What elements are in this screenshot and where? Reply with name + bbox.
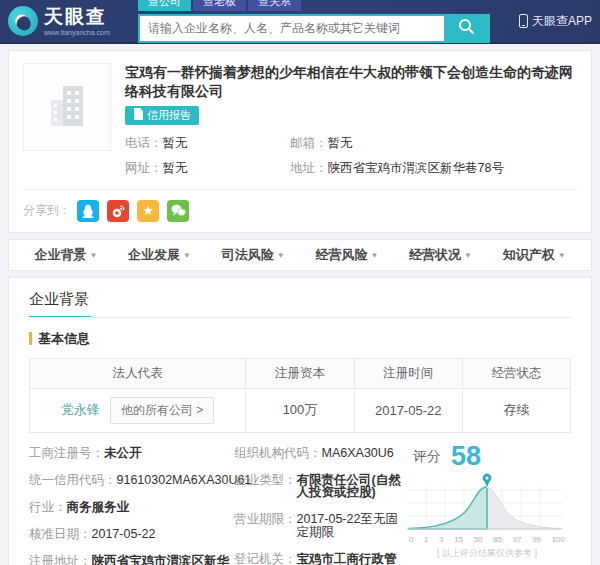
phone-icon [519,14,528,28]
nav-label: 经营风险 [315,247,367,262]
field-label: 注册地址： [29,555,92,565]
field-value: 商务服务业 [67,501,130,514]
field-value: 陕西省宝鸡市渭滨区新华巷78号 [92,555,235,565]
chevron-down-icon: ▼ [370,251,378,260]
field-label: 工商注册号： [29,447,104,460]
chevron-down-icon: ▼ [183,251,191,260]
field-value: 2017-05-22至无固定期限 [297,513,404,538]
field-value: 未公开 [104,447,142,460]
search-input[interactable] [140,16,444,41]
logo-title: 天眼查 [44,7,110,26]
nav-company-background[interactable]: 企业背景▼ [19,246,113,264]
report-doc-icon [133,108,147,122]
share-qq-icon[interactable] [77,200,99,222]
field-label: 组织机构代码： [234,447,322,460]
field-label: 核准日期： [29,528,92,541]
col-header-reg-date: 注册时间 [354,358,462,388]
axis-tick: 15 [454,535,463,544]
score-label: 评分 [413,448,441,466]
score-value: 58 [451,443,481,470]
tab-search-relation[interactable]: 查关系 [248,0,301,11]
credit-report-button[interactable]: 信用报告 [125,106,199,125]
nav-label: 企业发展 [128,247,180,262]
table-row: 党永锋 他的所有公司 > 100万 2017-05-22 存续 [30,388,571,432]
basic-info-table: 法人代表 注册资本 注册时间 经营状态 党永锋 他的所有公司 > 100万 20… [29,358,571,433]
axis-tick: 100 [552,535,565,544]
logo-subtitle: www.tianyancha.com [44,29,110,36]
eye-logo-icon [8,6,38,36]
company-card: 宝鸡有一群怀揣着梦想的少年相信在牛大叔的带领下会创造生命的奇迹网络科技有限公司 … [8,50,592,233]
field-value: 宝鸡市工商行政管理局渭滨分局 [297,553,404,565]
chevron-down-icon: ▼ [464,251,472,260]
app-link-label: 天眼查APP [532,13,592,30]
search-button[interactable] [444,16,488,41]
field-value: 91610302MA6XA30U61 [117,474,252,487]
search-tabs: 查公司 查老板 查关系 [138,0,303,11]
company-logo [23,63,111,151]
website-label: 网址： [125,160,163,177]
subsection-bar [29,332,32,345]
score-axis: 0 1 3 15 50 85 97 99 100 [409,535,565,544]
nav-intellectual-property[interactable]: 知识产权▼ [487,246,581,264]
website-value: 暂无 [163,160,188,177]
nav-label: 企业背景 [34,247,86,262]
phone-value: 暂无 [163,135,188,152]
nav-judicial-risk[interactable]: 司法风险▼ [206,246,300,264]
chevron-down-icon: ▼ [558,251,566,260]
nav-label: 司法风险 [222,247,274,262]
field-value: 有限责任公司(自然人投资或控股) [297,474,404,499]
subsection-title: 基本信息 [38,330,90,348]
axis-tick: 99 [532,535,541,544]
nav-label: 知识产权 [503,247,555,262]
col-header-legal-rep: 法人代表 [30,358,246,388]
share-weibo-icon[interactable] [107,200,129,222]
share-qzone-icon[interactable]: ★ [137,200,159,222]
share-row: 分享到： ★ [23,190,577,222]
axis-tick: 85 [493,535,502,544]
field-value: 2017-05-22 [92,528,156,541]
email-value: 暂无 [328,135,353,152]
company-name: 宝鸡有一群怀揣着梦想的少年相信在牛大叔的带领下会创造生命的奇迹网络科技有限公司 [125,63,577,101]
top-header: 天眼查 www.tianyancha.com 查公司 查老板 查关系 天眼查AP… [0,0,600,44]
axis-tick: 50 [474,535,483,544]
tianyancha-logo[interactable]: 天眼查 www.tianyancha.com [8,6,130,36]
tab-search-boss[interactable]: 查老板 [193,0,246,11]
status-cell: 存续 [462,388,570,432]
field-label: 统一信用代码： [29,474,117,487]
company-background-section: 企业背景 基本信息 法人代表 注册资本 注册时间 经营状态 党永锋 他的所有公司… [8,277,592,565]
field-label: 登记机关： [234,553,297,565]
share-wechat-icon[interactable] [167,200,189,222]
divider [29,317,571,318]
nav-company-development[interactable]: 企业发展▼ [113,246,207,264]
col-header-status: 经营状态 [462,358,570,388]
axis-tick: 1 [424,535,428,544]
his-companies-button[interactable]: 他的所有公司 > [110,397,214,424]
section-nav: 企业背景▼ 企业发展▼ 司法风险▼ 经营风险▼ 经营状况▼ 知识产权▼ [8,239,592,271]
nav-operating-risk[interactable]: 经营风险▼ [300,246,394,264]
axis-tick: 3 [439,535,443,544]
tab-search-company[interactable]: 查公司 [138,0,191,11]
reg-date-cell: 2017-05-22 [354,388,462,432]
app-download-link[interactable]: 天眼查APP [519,13,592,30]
field-label: 行业： [29,501,67,514]
axis-tick: 97 [513,535,522,544]
phone-label: 电话： [125,135,163,152]
address-label: 地址： [290,160,328,177]
score-pin-icon [483,473,492,486]
address-value: 陕西省宝鸡市渭滨区新华巷78号 [328,160,504,177]
legal-rep-link[interactable]: 党永锋 [61,401,100,419]
chevron-down-icon: ▼ [277,251,285,260]
credit-report-label: 信用报告 [147,108,191,123]
col-header-capital: 注册资本 [246,358,354,388]
field-label: 营业期限： [234,513,297,526]
field-value: MA6XA30U6 [322,447,394,460]
nav-label: 经营状况 [409,247,461,262]
registration-info: 工商注册号：未公开 统一信用代码：91610302MA6XA30U61 行业：商… [29,447,403,565]
nav-operating-status[interactable]: 经营状况▼ [394,246,488,264]
section-title: 企业背景 [29,290,571,316]
email-label: 邮箱： [290,135,328,152]
score-caption: [ 以上评分结果仅供参考 ] [403,547,571,560]
contact-info: 电话： 暂无 邮箱： 暂无 网址： 暂无 地址： 陕西省宝鸡市渭 [125,135,577,177]
score-distribution-chart: 0 1 3 15 50 85 97 99 100 [ 以上评分结果仅供参考 ] [403,472,571,560]
share-label: 分享到： [23,202,71,219]
